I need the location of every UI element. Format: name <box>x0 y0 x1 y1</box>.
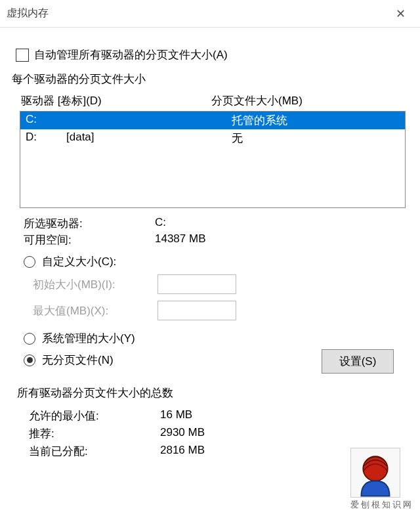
totals-fieldset: 所有驱动器分页文件大小的总数 允许的最小值: 16 MB 推荐: 2930 MB… <box>12 385 408 459</box>
drive-letter: D: <box>26 131 66 146</box>
watermark: 爱刨根知识网 <box>350 448 413 511</box>
max-size-row: 最大值(MB)(X): <box>33 301 408 320</box>
dialog-body: 自动管理所有驱动器的分页文件大小(A) 每个驱动器的分页文件大小 驱动器 [卷标… <box>0 28 420 459</box>
col-drive-header: 驱动器 [卷标](D) <box>21 93 211 108</box>
custom-size-radio[interactable]: 自定义大小(C): <box>24 254 408 269</box>
drive-label: [data] <box>66 131 232 146</box>
no-paging-label: 无分页文件(N) <box>42 353 114 368</box>
rec-label: 推荐: <box>29 426 160 441</box>
drive-label <box>66 113 232 128</box>
initial-size-row: 初始大小(MB)(I): <box>33 274 408 294</box>
window-title: 虚拟内存 <box>7 7 49 20</box>
auto-manage-label: 自动管理所有驱动器的分页文件大小(A) <box>34 47 228 62</box>
radio-icon <box>24 333 35 345</box>
initial-size-label: 初始大小(MB)(I): <box>33 277 158 292</box>
radio-icon <box>24 256 35 268</box>
min-label: 允许的最小值: <box>29 408 160 423</box>
drive-size: 无 <box>232 131 400 146</box>
min-value: 16 MB <box>160 408 408 423</box>
checkbox-icon <box>16 49 29 62</box>
free-space-label: 可用空间: <box>24 232 155 247</box>
radio-icon <box>24 355 35 366</box>
titlebar: 虚拟内存 ✕ <box>0 0 420 28</box>
selected-drive-label: 所选驱动器: <box>24 216 155 231</box>
free-space-row: 可用空间: 14387 MB <box>24 232 408 247</box>
totals-legend: 所有驱动器分页文件大小的总数 <box>17 385 408 400</box>
col-size-header: 分页文件大小(MB) <box>211 93 408 108</box>
auto-manage-checkbox[interactable]: 自动管理所有驱动器的分页文件大小(A) <box>16 47 408 62</box>
custom-size-label: 自定义大小(C): <box>42 254 116 269</box>
system-managed-label: 系统管理的大小(Y) <box>42 331 135 346</box>
free-space-value: 14387 MB <box>155 232 408 247</box>
per-drive-legend: 每个驱动器的分页文件大小 <box>12 72 408 87</box>
drive-letter: C: <box>26 113 66 128</box>
set-button[interactable]: 设置(S) <box>322 349 394 374</box>
initial-size-input[interactable] <box>158 274 236 294</box>
selected-drive-row: 所选驱动器: C: <box>24 216 408 231</box>
system-managed-radio[interactable]: 系统管理的大小(Y) <box>24 331 408 346</box>
drive-list[interactable]: C: 托管的系统 D: [data] 无 <box>20 111 406 208</box>
per-drive-fieldset: 每个驱动器的分页文件大小 驱动器 [卷标](D) 分页文件大小(MB) C: 托… <box>12 72 408 374</box>
drive-row[interactable]: D: [data] 无 <box>20 129 405 147</box>
rec-value: 2930 MB <box>160 426 408 441</box>
max-size-input[interactable] <box>158 301 236 320</box>
close-icon[interactable]: ✕ <box>388 3 413 25</box>
min-row: 允许的最小值: 16 MB <box>29 408 408 423</box>
drive-size: 托管的系统 <box>232 113 400 128</box>
cur-label: 当前已分配: <box>29 444 160 459</box>
selected-drive-value: C: <box>155 216 408 231</box>
drive-row[interactable]: C: 托管的系统 <box>20 112 405 129</box>
rec-row: 推荐: 2930 MB <box>29 426 408 441</box>
avatar-icon <box>350 448 400 498</box>
max-size-label: 最大值(MB)(X): <box>33 303 158 318</box>
drive-list-headers: 驱动器 [卷标](D) 分页文件大小(MB) <box>21 93 408 108</box>
watermark-text: 爱刨根知识网 <box>350 499 413 511</box>
